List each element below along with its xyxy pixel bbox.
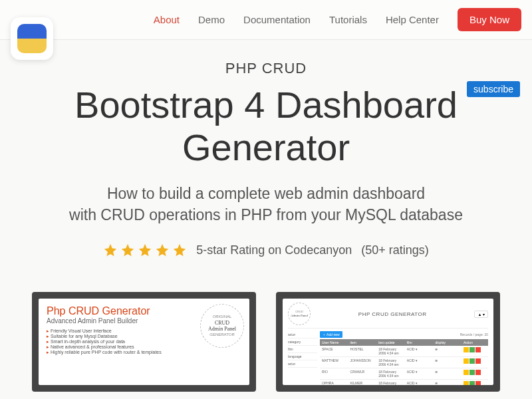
star-icon	[120, 243, 135, 257]
rating-count: (50+ ratings)	[361, 243, 429, 257]
add-new-button: ＋ Add new	[320, 331, 342, 338]
nav-documentation[interactable]: Documentation	[243, 14, 311, 25]
table-row: OPHRAKILMER18 February 2006 4:34 amACID …	[320, 380, 488, 385]
rating-text: 5-star Rating on Codecanyon	[196, 243, 352, 257]
star-icon	[138, 243, 152, 257]
feature-card-1[interactable]: Php CRUD Generator Advanced Admin Panel …	[32, 292, 256, 392]
cards-row: Php CRUD Generator Advanced Admin Panel …	[0, 271, 532, 392]
navbar: About Demo Documentation Tutorials Help …	[0, 0, 532, 40]
logo-badge[interactable]	[11, 17, 53, 60]
nav-about[interactable]: About	[154, 14, 180, 25]
stamp-icon: ORIGINAL CRUD Admin Panel GENERATOR	[200, 304, 244, 348]
rating-row: 5-star Rating on Codecanyon (50+ ratings…	[27, 243, 505, 257]
subscribe-button[interactable]: subscribe	[467, 81, 520, 97]
card2-logo-icon: CRUDAdmin Panel	[288, 303, 311, 325]
nav-demo[interactable]: Demo	[198, 14, 225, 25]
card2-sidebar: actor category film language actor	[288, 331, 317, 385]
hero: PHP CRUD Bootstrap 4 Dashboard Generator…	[0, 40, 532, 271]
table-row: SPACEHOSTEL18 February 2006 4:34 amACID …	[320, 346, 488, 357]
flag-icon	[17, 24, 47, 53]
star-icon	[172, 243, 187, 257]
stars	[103, 243, 187, 257]
feature-card-2[interactable]: CRUDAdmin Panel PHP CRUD GENERATOR ▲ ▾ a…	[276, 292, 500, 392]
card2-table: ＋ Add new Records / page: 20 User Nameit…	[320, 331, 488, 385]
user-menu-icon: ▲ ▾	[474, 311, 488, 318]
table-row: MATTHEWJOHANSSON18 February 2006 4:34 am…	[320, 357, 488, 368]
star-icon	[155, 243, 170, 257]
kicker: PHP CRUD	[27, 60, 505, 77]
page-title: Bootstrap 4 Dashboard Generator	[27, 84, 505, 170]
table-row: RIOCRAWLR18 February 2006 4:34 amACID ▾⊕	[320, 368, 488, 380]
nav-tutorials[interactable]: Tutorials	[329, 14, 367, 25]
nav-help-center[interactable]: Help Center	[386, 14, 439, 25]
buy-now-button[interactable]: Buy Now	[458, 8, 521, 31]
star-icon	[103, 243, 118, 257]
card2-title: PHP CRUD GENERATOR	[358, 311, 427, 317]
subtitle: How to build a complete web admin dashbo…	[27, 183, 505, 225]
